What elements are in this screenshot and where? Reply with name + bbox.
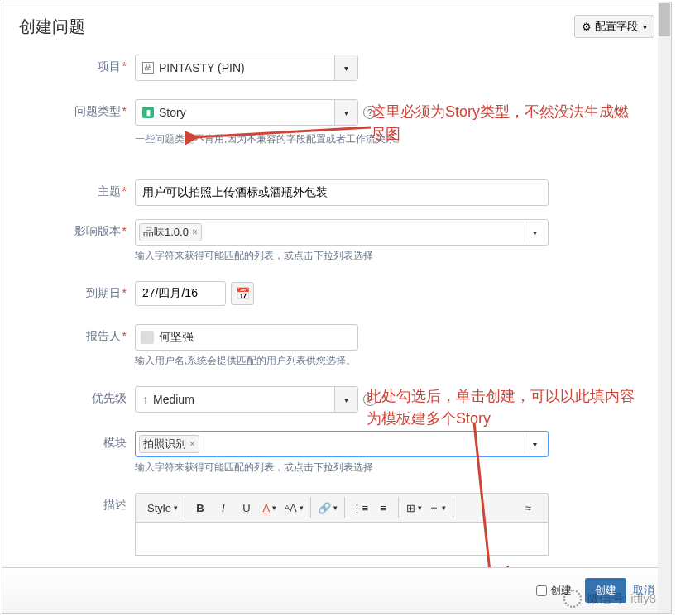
dialog-footer: 创建 创建 取消	[2, 567, 671, 613]
project-label: 项目*	[19, 55, 135, 74]
priority-medium-icon: ↑	[142, 393, 148, 406]
issue-type-hint: 一些问题类型不肯用,因为不兼容的字段配置或者工作流关系。	[135, 132, 654, 146]
priority-label: 优先级	[19, 386, 135, 406]
issue-type-select[interactable]: ▮ Story	[135, 99, 358, 126]
summary-row: 主题*	[19, 179, 654, 206]
priority-row: 优先级 ↑ Medium ?	[19, 386, 654, 413]
priority-select[interactable]: ↑ Medium	[135, 386, 358, 413]
issue-type-label: 问题类型*	[19, 99, 135, 119]
remove-tag-icon[interactable]: ×	[189, 438, 195, 450]
affects-version-row: 影响版本* 品味1.0.0 × 输入字符来获得可能匹配的列表，或点击下拉列表选择	[19, 219, 654, 263]
priority-value: Medium	[153, 393, 194, 406]
module-label: 模块	[19, 431, 135, 451]
summary-input[interactable]	[135, 179, 549, 206]
module-tag: 拍照识别 ×	[139, 435, 199, 453]
create-another-checkbox[interactable]	[536, 585, 547, 596]
affects-version-hint: 输入字符来获得可能匹配的列表，或点击下拉列表选择	[135, 249, 654, 263]
project-icon: 品	[142, 62, 154, 74]
reporter-label: 报告人*	[19, 324, 135, 344]
editor-toolbar: Style B I U A AA 🔗 ⋮≡ ≡	[135, 493, 549, 523]
cancel-button[interactable]: 取消	[633, 583, 654, 598]
description-row: 描述 Style B I U A AA 🔗	[19, 493, 654, 556]
due-date-label: 到期日*	[19, 281, 135, 301]
issue-type-row: 问题类型* ▮ Story ?	[19, 99, 654, 126]
remove-tag-icon[interactable]: ×	[192, 227, 198, 238]
bold-button[interactable]: B	[189, 497, 212, 518]
bullet-list-button[interactable]: ⋮≡	[348, 497, 372, 518]
more-button[interactable]: ＋	[425, 497, 449, 518]
link-button[interactable]: 🔗	[314, 497, 341, 518]
priority-dropdown-trigger[interactable]	[334, 387, 357, 412]
project-dropdown-trigger[interactable]	[334, 55, 357, 80]
scrollbar-thumb[interactable]	[659, 3, 670, 36]
dialog-body: 项目* 品 PINTASTY (PIN) 问题类型* ▮ Sto	[2, 55, 671, 567]
priority-help-icon[interactable]: ?	[363, 393, 376, 406]
reporter-row: 报告人* 何坚强 输入用户名,系统会提供匹配的用户列表供您选择。	[19, 324, 654, 368]
issue-type-help-icon[interactable]: ?	[363, 106, 376, 119]
configure-fields-button[interactable]: ⚙ 配置字段	[574, 15, 654, 38]
reporter-value: 何坚强	[159, 330, 194, 345]
dialog-title: 创建问题	[19, 16, 85, 38]
description-label: 描述	[19, 493, 135, 513]
submit-button[interactable]: 创建	[585, 578, 626, 603]
project-row: 项目* 品 PINTASTY (PIN)	[19, 55, 654, 81]
avatar-icon	[141, 331, 154, 344]
create-issue-dialog: 创建问题 ⚙ 配置字段 项目* 品 PINTASTY (PIN) 问题类型	[2, 2, 672, 614]
due-date-input[interactable]	[135, 281, 226, 306]
module-row: 模块 拍照识别 × 输入字符来获得可能匹配的列表，或点击下拉列表选择	[19, 431, 654, 475]
issue-type-value: Story	[159, 106, 186, 119]
config-button-label: 配置字段	[595, 19, 638, 34]
gear-icon: ⚙	[582, 21, 592, 33]
italic-button[interactable]: I	[212, 497, 235, 518]
due-date-row: 到期日* 📅	[19, 281, 654, 306]
dialog-header: 创建问题 ⚙ 配置字段	[2, 2, 671, 55]
affects-version-dropdown-trigger[interactable]	[525, 222, 544, 243]
issue-type-dropdown-trigger[interactable]	[334, 100, 357, 125]
collapse-toolbar-button[interactable]: ≈	[516, 497, 539, 518]
text-color-button[interactable]: A	[258, 497, 281, 518]
module-dropdown-trigger[interactable]	[525, 433, 544, 455]
calendar-icon[interactable]: 📅	[231, 282, 254, 305]
create-another-checkbox-wrap[interactable]: 创建	[536, 583, 572, 598]
affects-version-tag: 品味1.0.0 ×	[139, 223, 202, 241]
reporter-input[interactable]: 何坚强	[135, 324, 358, 351]
number-list-button[interactable]: ≡	[372, 497, 395, 518]
module-field[interactable]: 拍照识别 ×	[135, 431, 549, 457]
table-button[interactable]: ⊞	[402, 497, 425, 518]
create-another-label: 创建	[550, 583, 572, 598]
description-editor[interactable]	[135, 523, 549, 556]
story-icon: ▮	[142, 107, 154, 118]
font-size-button[interactable]: AA	[281, 497, 307, 518]
underline-button[interactable]: U	[235, 497, 258, 518]
scrollbar-track[interactable]	[658, 2, 671, 613]
style-dropdown[interactable]: Style	[144, 497, 181, 518]
module-hint: 输入字符来获得可能匹配的列表，或点击下拉列表选择	[135, 461, 654, 475]
project-value: PINTASTY (PIN)	[159, 61, 245, 74]
affects-version-label: 影响版本*	[19, 219, 135, 239]
summary-label: 主题*	[19, 179, 135, 199]
reporter-hint: 输入用户名,系统会提供匹配的用户列表供您选择。	[135, 354, 654, 368]
project-select[interactable]: 品 PINTASTY (PIN)	[135, 55, 358, 81]
affects-version-field[interactable]: 品味1.0.0 ×	[135, 219, 549, 246]
